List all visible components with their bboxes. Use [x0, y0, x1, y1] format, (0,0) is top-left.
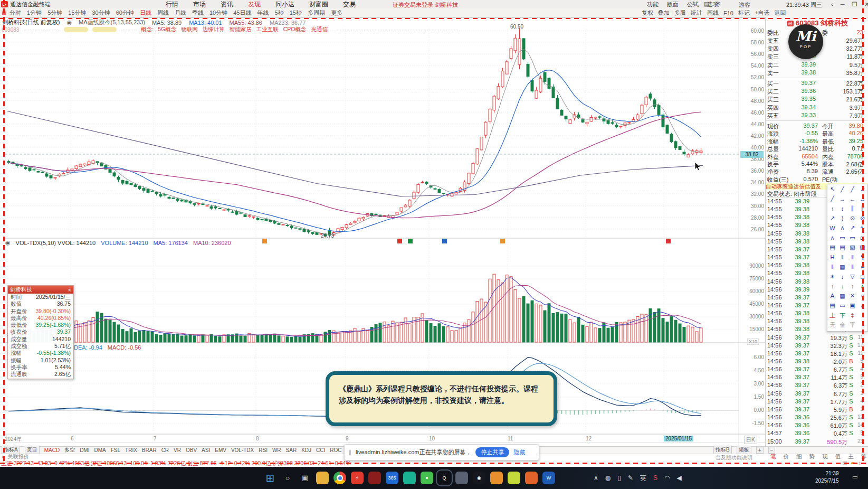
vol-indicator-label[interactable]: VOL-TDX(5,10) VVOL: 144210 [16, 240, 96, 246]
bid-row[interactable]: 买五39.337.9万 [767, 112, 863, 120]
taskbar-clock[interactable]: 21:39 2025/7/15 [815, 470, 839, 485]
ask-row[interactable]: 卖一39.3835.8万 [767, 69, 863, 77]
bid-row[interactable]: 买二39.36153.1万 [767, 88, 863, 96]
panel-tab-主[interactable]: 主 [848, 453, 854, 460]
linked-quote-tab[interactable]: 关联报价 [8, 453, 29, 460]
collapse-icon[interactable]: ◉ [5, 239, 11, 246]
footer-tab-频板[interactable]: 频板 [737, 446, 751, 454]
drawing-tool-icon[interactable]: ▭ [837, 234, 847, 241]
tray-headset-icon[interactable]: ◍ [605, 474, 611, 482]
drawing-tool-icon[interactable]: ↑ [827, 205, 837, 212]
taskbar-app-chrome[interactable] [333, 472, 346, 484]
drawing-tool-icon[interactable]: ▤ [837, 244, 847, 251]
taskbar-search-icon[interactable]: ○ [281, 472, 294, 484]
kline-data-popup[interactable]: 剑桥科技 × 时间2025/01/15/三数值36.75开盘价39.80(-0.… [7, 285, 74, 379]
drawing-tool-icon[interactable]: ▭ [847, 234, 857, 241]
drawing-tool-icon[interactable]: ↗ [827, 215, 837, 222]
bid-row[interactable]: 买三39.3521.6万 [767, 96, 863, 104]
drawing-tool-icon[interactable]: ↑ [847, 283, 857, 289]
drawing-tool-icon[interactable]: ∥ [847, 205, 857, 212]
taskbar-app-yellowgreen[interactable] [508, 472, 520, 484]
taskbar-app-blue365[interactable]: 365 [386, 472, 398, 484]
drawing-tool-icon[interactable]: ▤ [827, 244, 837, 251]
drawing-tool-icon[interactable]: ∧ [827, 234, 837, 241]
indicator-tab-ROC[interactable]: ROC [330, 447, 341, 453]
drawing-tool-icon[interactable]: ↗ [847, 224, 857, 231]
taskbar-app-gray[interactable] [455, 472, 468, 484]
tray-mic-icon[interactable]: ▯ [617, 474, 621, 482]
taskbar-app-red[interactable]: ⚡ [351, 472, 364, 484]
footer-tab-指标B[interactable]: 指标B [713, 446, 732, 454]
drawing-tool-icon[interactable]: ‖ [837, 254, 847, 260]
taskbar-app-word[interactable]: W [542, 472, 555, 484]
drawing-tool-icon[interactable]: ‡ [847, 312, 857, 318]
tray-wifi-icon[interactable]: ◠ [664, 474, 670, 482]
drawing-tool-icon[interactable]: ▧ [847, 244, 857, 251]
taskbar-app-teal[interactable] [403, 472, 416, 484]
taskbar-app-darkred[interactable] [368, 472, 381, 484]
drawing-tool-icon[interactable]: ↖ [827, 186, 837, 193]
panel-tab-值[interactable]: 值 [835, 453, 841, 460]
taskbar-app-folder[interactable] [316, 472, 329, 484]
drawing-tool-icon[interactable]: ↓ [837, 274, 847, 280]
indicator-tab-MACD[interactable]: MACD [44, 447, 60, 453]
indicator-tab-DMI[interactable]: DMI [80, 447, 89, 453]
drawing-tool-icon[interactable]: ▦ [837, 293, 847, 299]
period-label[interactable]: 日K [744, 436, 757, 444]
drawing-tool-icon[interactable]: ▽ [847, 273, 857, 280]
bid-row[interactable]: 买一39.3722.8万 [767, 80, 863, 88]
drawing-tool-icon[interactable]: ✕ [847, 293, 857, 299]
drawing-tool-icon[interactable]: ‖ [827, 264, 837, 270]
drawing-tool-icon[interactable]: → [837, 196, 847, 202]
notification-icon[interactable]: ▭ [852, 474, 857, 481]
drawing-tool-icon[interactable]: ∧ [837, 224, 847, 231]
drawing-tool-icon[interactable]: ▣ [847, 302, 857, 309]
drawing-tool-icon[interactable]: ╱ [827, 195, 837, 202]
drawing-tool-icon[interactable]: ‖ [847, 254, 857, 260]
drawing-tool-icon[interactable]: ↕ [837, 205, 847, 212]
drawing-tool-icon[interactable]: 平 [847, 321, 857, 329]
indicator-tab-EMV[interactable]: EMV [215, 447, 226, 453]
taskbar-task-view-icon[interactable]: ▣ [299, 472, 311, 484]
panel-tab-细[interactable]: 细 [796, 453, 802, 460]
popup-close-icon[interactable]: × [68, 287, 71, 293]
tray-ime-indicator[interactable]: 英 [640, 474, 646, 483]
drawing-tool-icon[interactable]: ) [837, 215, 847, 221]
stop-share-button[interactable]: 停止共享 [475, 447, 509, 457]
indicator-tab-CCI[interactable]: CCI [316, 447, 325, 453]
bid-row[interactable]: 买四39.343.9万 [767, 104, 863, 112]
drawing-tool-icon[interactable]: 金 [837, 321, 847, 329]
taskbar-app-firefox[interactable] [525, 472, 538, 484]
tray-volume-icon[interactable]: ◀ [676, 474, 681, 482]
indicator-tab-多空[interactable]: 多空 [64, 446, 75, 454]
indicator-tab-KDJ[interactable]: KDJ [301, 447, 311, 453]
taskbar-app-camera[interactable]: ◉ [473, 472, 485, 484]
panel-tab-势[interactable]: 势 [809, 453, 815, 460]
taskbar-app-wechat[interactable]: ● [421, 472, 433, 484]
indicator-tab-ASI[interactable]: ASI [202, 447, 210, 453]
panel-tab-现[interactable]: 现 [822, 453, 828, 460]
tray-app-icon[interactable]: S [653, 474, 657, 482]
indicator-tab-WR[interactable]: WR [272, 447, 281, 453]
indicator-tab-OBV[interactable]: OBV [186, 447, 197, 453]
drawing-tool-icon[interactable]: ∗ [827, 273, 837, 280]
indicator-tab-FSL[interactable]: FSL [111, 447, 120, 453]
drawing-tool-icon[interactable]: A [827, 293, 837, 299]
indicator-tab-VR[interactable]: VR [174, 447, 181, 453]
tray-pen-icon[interactable]: ✎ [628, 474, 633, 482]
indicator-tab-CR[interactable]: CR [161, 447, 169, 453]
drawing-tool-icon[interactable]: ╱ [847, 186, 857, 193]
drawing-tool-icon[interactable]: W [827, 225, 837, 231]
drawing-tool-icon[interactable]: 下 [837, 312, 847, 319]
drawing-tool-icon[interactable]: ← [847, 196, 857, 202]
indicator-tab-SAR[interactable]: SAR [286, 447, 297, 453]
drawing-tool-icon[interactable]: ↓ [837, 283, 847, 289]
footer-tab-+[interactable]: + [756, 447, 764, 454]
windows-start-button[interactable]: ⊞ [264, 472, 276, 484]
indicator-tab-VOL-TDX[interactable]: VOL-TDX [231, 447, 254, 453]
drawing-tool-icon[interactable]: ⊙ [847, 215, 857, 222]
drawing-tool-icon[interactable]: 上 [827, 312, 837, 319]
indicator-tab-DMA[interactable]: DMA [94, 447, 106, 453]
indicator-tab-RSI[interactable]: RSI [259, 447, 268, 453]
ask-row[interactable]: 卖二39.399.5万 [767, 61, 863, 69]
